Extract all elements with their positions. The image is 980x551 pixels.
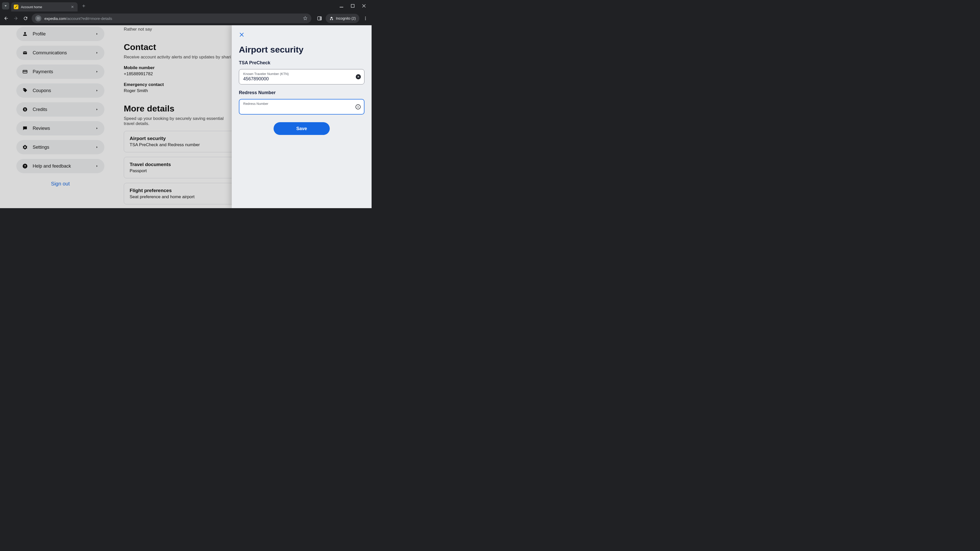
back-button[interactable] [3, 15, 10, 22]
svg-point-7 [365, 18, 366, 19]
ktn-field[interactable]: Known Traveler Number (KTN) ✕ [239, 69, 364, 84]
panel-heading: Airport security [239, 44, 364, 55]
redress-info-button[interactable]: i [355, 104, 361, 110]
tab-close-button[interactable]: ✕ [71, 5, 74, 9]
close-window-button[interactable] [362, 4, 366, 8]
svg-rect-0 [340, 7, 343, 7]
redress-float-label: Redress Number [243, 102, 352, 106]
save-button[interactable]: Save [274, 122, 330, 135]
side-panel-button[interactable] [316, 15, 323, 22]
ktn-float-label: Known Traveler Number (KTN) [243, 72, 352, 76]
redress-group-label: Redress Number [239, 90, 364, 95]
url-path: /account?edit=more-details [66, 16, 112, 21]
maximize-button[interactable] [351, 4, 355, 8]
reload-icon [23, 16, 28, 21]
svg-point-6 [365, 17, 366, 17]
arrow-right-icon [13, 16, 18, 21]
url-text: expedia.com/account?edit=more-details [45, 16, 112, 21]
svg-rect-1 [351, 4, 354, 7]
site-settings-icon[interactable] [35, 15, 41, 21]
close-icon [239, 32, 245, 38]
new-tab-button[interactable]: ＋ [80, 2, 87, 10]
bookmark-button[interactable] [303, 16, 308, 21]
panel-icon [317, 16, 322, 21]
star-icon [303, 16, 308, 21]
forward-button[interactable] [12, 15, 19, 22]
incognito-icon [329, 16, 334, 21]
panel-close-button[interactable] [239, 32, 364, 38]
incognito-label: Incognito (2) [336, 16, 356, 21]
clear-icon: ✕ [356, 74, 361, 79]
incognito-chip[interactable]: Incognito (2) [326, 14, 360, 23]
browser-titlebar: Account home ✕ ＋ [0, 0, 372, 11]
tsa-group-label: TSA PreCheck [239, 60, 364, 65]
expedia-favicon-icon [14, 5, 18, 9]
ktn-clear-button[interactable]: ✕ [355, 74, 361, 79]
kebab-icon [363, 16, 368, 21]
airport-security-panel: Airport security TSA PreCheck Known Trav… [232, 25, 372, 208]
svg-point-3 [39, 19, 39, 19]
tab-search-button[interactable] [2, 2, 9, 10]
redress-field[interactable]: Redress Number i [239, 99, 364, 114]
redress-input[interactable] [243, 106, 352, 112]
ktn-input[interactable] [243, 76, 352, 82]
chevron-down-icon [3, 3, 8, 8]
arrow-left-icon [3, 16, 9, 21]
url-host: expedia.com [45, 16, 66, 21]
browser-tab[interactable]: Account home ✕ [11, 2, 78, 11]
address-bar[interactable]: expedia.com/account?edit=more-details [32, 14, 311, 23]
window-controls [339, 4, 369, 8]
svg-rect-5 [320, 17, 321, 20]
minimize-button[interactable] [339, 4, 344, 8]
browser-toolbar: expedia.com/account?edit=more-details In… [0, 11, 372, 25]
info-icon: i [355, 104, 361, 110]
svg-point-2 [39, 17, 39, 18]
tab-title: Account home [21, 5, 68, 9]
reload-button[interactable] [22, 15, 29, 22]
browser-menu-button[interactable] [362, 15, 369, 22]
svg-point-8 [365, 19, 366, 20]
